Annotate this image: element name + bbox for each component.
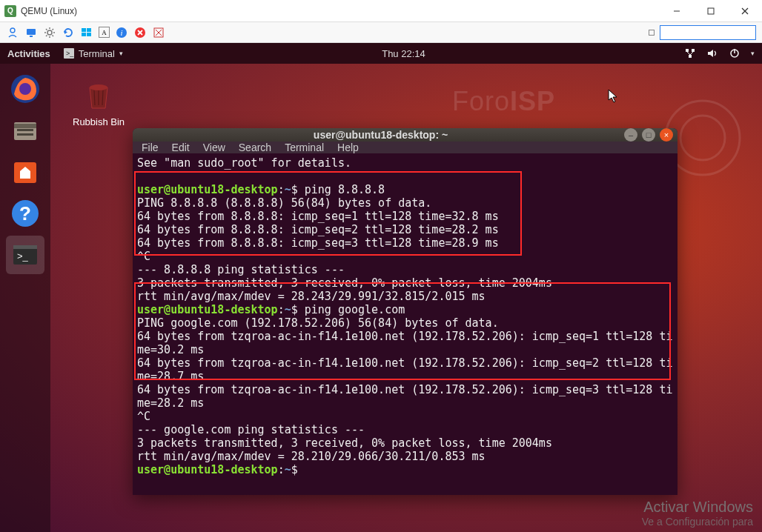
qemu-app-icon: Q: [4, 5, 16, 17]
terminal-title: user@ubuntu18-desktop: ~: [137, 129, 624, 141]
svg-line-12: [46, 29, 47, 30]
terminal-menu-terminal[interactable]: Terminal: [285, 142, 324, 153]
svg-text:?: ?: [19, 202, 31, 225]
rubbish-bin-desktop-icon[interactable]: Rubbish Bin: [73, 77, 125, 127]
terminal-close-button[interactable]: ×: [660, 128, 673, 142]
svg-point-4: [10, 28, 15, 33]
vm-viewport[interactable]: Activities >_ Terminal ▾ Thu 22:14 ▾ For…: [0, 43, 762, 532]
debug-icon[interactable]: [152, 26, 165, 39]
minimize-button[interactable]: [660, 0, 694, 22]
ubuntu-top-bar: Activities >_ Terminal ▾ Thu 22:14 ▾: [0, 43, 762, 64]
user-icon[interactable]: [6, 26, 19, 39]
terminal-icon: >_: [64, 48, 74, 59]
svg-point-7: [47, 30, 52, 35]
svg-text:i: i: [120, 28, 122, 37]
svg-point-40: [680, 116, 725, 160]
terminal-menu-help[interactable]: Help: [337, 142, 359, 153]
svg-marker-36: [708, 50, 713, 57]
foroisp-watermark: ForoISP: [452, 86, 555, 117]
qemu-toolbar: A i: [0, 22, 762, 43]
svg-rect-32: [692, 49, 695, 52]
host-window-titlebar: Q QEMU (Linux): [0, 0, 762, 22]
svg-rect-1: [708, 8, 714, 14]
svg-text:>_: >_: [17, 250, 29, 262]
svg-rect-31: [686, 49, 689, 52]
monitor-icon[interactable]: [24, 26, 38, 39]
terminal-titlebar[interactable]: user@ubuntu18-desktop: ~ – □ ×: [133, 128, 677, 142]
toolbar-indicator: [649, 30, 655, 36]
svg-point-53: [90, 84, 107, 90]
info-icon[interactable]: i: [115, 26, 128, 39]
svg-rect-20: [87, 33, 91, 36]
terminal-body[interactable]: See "man sudo_root" for details. user@ub…: [133, 153, 677, 495]
svg-rect-19: [82, 33, 86, 36]
stop-icon[interactable]: [133, 26, 147, 39]
svg-rect-33: [689, 55, 692, 58]
svg-rect-45: [17, 129, 33, 131]
cursor-icon: [608, 89, 618, 107]
dock-files[interactable]: [6, 111, 44, 150]
reload-icon[interactable]: [62, 26, 75, 39]
dock-software[interactable]: [6, 153, 44, 191]
svg-marker-16: [64, 30, 67, 34]
system-tray: ▾: [684, 47, 755, 59]
terminal-menu-edit[interactable]: Edit: [172, 142, 190, 153]
svg-rect-46: [17, 133, 33, 136]
network-icon[interactable]: [684, 47, 696, 59]
svg-point-42: [19, 83, 31, 95]
volume-icon[interactable]: [706, 47, 718, 59]
dock-help[interactable]: ?: [6, 194, 44, 233]
app-menu-label: Terminal: [79, 48, 115, 59]
terminal-minimize-button[interactable]: –: [624, 128, 637, 142]
power-icon[interactable]: [729, 47, 741, 59]
terminal-menubar: FileEditViewSearchTerminalHelp: [133, 142, 677, 153]
activities-button[interactable]: Activities: [7, 48, 50, 59]
svg-rect-18: [87, 28, 91, 32]
toolbar-search-input[interactable]: [660, 25, 756, 40]
svg-rect-44: [14, 124, 36, 128]
windows-logo-icon[interactable]: [80, 26, 93, 39]
maximize-button[interactable]: [694, 0, 728, 22]
svg-line-34: [687, 52, 690, 55]
svg-line-14: [46, 35, 47, 36]
svg-rect-5: [27, 29, 36, 35]
dock-firefox[interactable]: [6, 70, 44, 108]
trash-icon: [81, 77, 116, 113]
disk-a-icon[interactable]: A: [99, 27, 110, 38]
clock[interactable]: Thu 22:14: [123, 48, 684, 59]
ubuntu-dock: ? >_: [0, 64, 50, 532]
close-button[interactable]: [728, 0, 762, 22]
svg-line-35: [690, 52, 693, 55]
svg-rect-6: [30, 36, 33, 37]
highlight-box-ping-ip: [134, 171, 522, 256]
dock-terminal[interactable]: >_: [6, 236, 44, 274]
terminal-window[interactable]: user@ubuntu18-desktop: ~ – □ × FileEditV…: [133, 128, 677, 495]
app-menu[interactable]: >_ Terminal ▾: [64, 48, 123, 59]
svg-line-15: [53, 29, 54, 30]
terminal-menu-file[interactable]: File: [142, 142, 159, 153]
terminal-maximize-button[interactable]: □: [642, 128, 655, 142]
host-window-title: QEMU (Linux): [21, 6, 660, 16]
rubbish-bin-label: Rubbish Bin: [73, 116, 125, 127]
svg-rect-17: [82, 28, 86, 32]
svg-text:>_: >_: [66, 50, 74, 57]
highlight-box-ping-domain: [134, 282, 671, 380]
svg-line-13: [53, 35, 54, 36]
ubuntu-desktop[interactable]: ForoISP ? >_: [0, 64, 762, 532]
gear-icon[interactable]: [43, 26, 56, 39]
windows-activation-watermark: Activar Windows Ve a Configuración para: [642, 499, 753, 528]
svg-rect-51: [13, 245, 37, 249]
terminal-menu-view[interactable]: View: [203, 142, 225, 153]
chevron-down-icon[interactable]: ▾: [751, 50, 755, 57]
terminal-menu-search[interactable]: Search: [239, 142, 271, 153]
